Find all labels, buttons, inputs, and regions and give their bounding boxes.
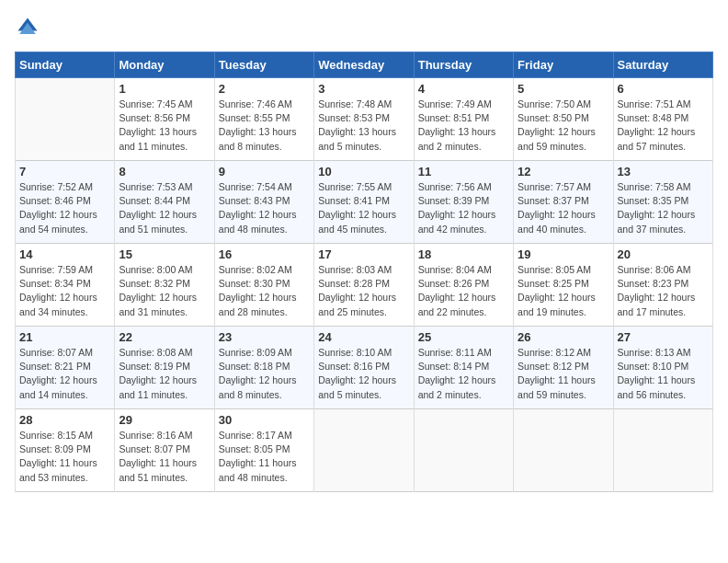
day-info: Sunrise: 7:50 AM Sunset: 8:50 PM Dayligh… bbox=[518, 98, 609, 154]
calendar-table: SundayMondayTuesdayWednesdayThursdayFrid… bbox=[15, 52, 713, 492]
day-number: 3 bbox=[318, 82, 409, 96]
day-info: Sunrise: 7:59 AM Sunset: 8:34 PM Dayligh… bbox=[19, 263, 110, 319]
day-info: Sunrise: 8:10 AM Sunset: 8:16 PM Dayligh… bbox=[318, 346, 409, 402]
day-info: Sunrise: 8:00 AM Sunset: 8:32 PM Dayligh… bbox=[119, 263, 210, 319]
calendar-cell: 14Sunrise: 7:59 AM Sunset: 8:34 PM Dayli… bbox=[16, 244, 115, 327]
day-info: Sunrise: 7:52 AM Sunset: 8:46 PM Dayligh… bbox=[19, 180, 110, 236]
day-number: 16 bbox=[219, 247, 310, 261]
day-info: Sunrise: 7:46 AM Sunset: 8:55 PM Dayligh… bbox=[219, 98, 310, 154]
day-info: Sunrise: 8:15 AM Sunset: 8:09 PM Dayligh… bbox=[19, 429, 110, 485]
calendar-cell: 18Sunrise: 8:04 AM Sunset: 8:26 PM Dayli… bbox=[414, 244, 513, 327]
day-info: Sunrise: 7:55 AM Sunset: 8:41 PM Dayligh… bbox=[318, 180, 409, 236]
header-tuesday: Tuesday bbox=[214, 52, 313, 78]
day-info: Sunrise: 7:49 AM Sunset: 8:51 PM Dayligh… bbox=[418, 98, 509, 154]
day-number: 29 bbox=[119, 413, 210, 427]
day-number: 23 bbox=[219, 330, 310, 344]
header-thursday: Thursday bbox=[414, 52, 513, 78]
calendar-cell: 15Sunrise: 8:00 AM Sunset: 8:32 PM Dayli… bbox=[115, 244, 214, 327]
calendar-week-4: 21Sunrise: 8:07 AM Sunset: 8:21 PM Dayli… bbox=[16, 327, 713, 409]
calendar-cell: 23Sunrise: 8:09 AM Sunset: 8:18 PM Dayli… bbox=[214, 327, 313, 409]
calendar-cell: 21Sunrise: 8:07 AM Sunset: 8:21 PM Dayli… bbox=[16, 327, 115, 409]
day-number: 17 bbox=[318, 247, 409, 261]
day-number: 30 bbox=[219, 413, 310, 427]
calendar-cell: 28Sunrise: 8:15 AM Sunset: 8:09 PM Dayli… bbox=[16, 409, 115, 492]
header-friday: Friday bbox=[514, 52, 613, 78]
header-sunday: Sunday bbox=[16, 52, 115, 78]
page-header bbox=[15, 15, 713, 40]
day-number: 10 bbox=[318, 165, 409, 178]
day-number: 19 bbox=[518, 247, 609, 261]
day-number: 1 bbox=[119, 82, 210, 96]
day-info: Sunrise: 7:51 AM Sunset: 8:48 PM Dayligh… bbox=[618, 98, 709, 154]
calendar-cell bbox=[16, 78, 115, 161]
day-info: Sunrise: 8:09 AM Sunset: 8:18 PM Dayligh… bbox=[219, 346, 310, 402]
calendar-cell: 7Sunrise: 7:52 AM Sunset: 8:46 PM Daylig… bbox=[16, 161, 115, 244]
header-monday: Monday bbox=[115, 52, 214, 78]
day-number: 7 bbox=[19, 165, 110, 178]
day-number: 22 bbox=[119, 330, 210, 344]
day-number: 5 bbox=[518, 82, 609, 96]
day-info: Sunrise: 7:53 AM Sunset: 8:44 PM Dayligh… bbox=[119, 180, 210, 236]
day-info: Sunrise: 8:11 AM Sunset: 8:14 PM Dayligh… bbox=[418, 346, 509, 402]
calendar-cell: 17Sunrise: 8:03 AM Sunset: 8:28 PM Dayli… bbox=[314, 244, 414, 327]
day-info: Sunrise: 8:06 AM Sunset: 8:23 PM Dayligh… bbox=[618, 263, 709, 319]
day-number: 25 bbox=[418, 330, 509, 344]
calendar-cell: 13Sunrise: 7:58 AM Sunset: 8:35 PM Dayli… bbox=[613, 161, 712, 244]
day-info: Sunrise: 8:02 AM Sunset: 8:30 PM Dayligh… bbox=[219, 263, 310, 319]
day-number: 24 bbox=[318, 330, 409, 344]
day-number: 15 bbox=[119, 247, 210, 261]
calendar-cell: 16Sunrise: 8:02 AM Sunset: 8:30 PM Dayli… bbox=[214, 244, 313, 327]
day-number: 26 bbox=[518, 330, 609, 344]
calendar-cell: 22Sunrise: 8:08 AM Sunset: 8:19 PM Dayli… bbox=[115, 327, 214, 409]
calendar-cell: 9Sunrise: 7:54 AM Sunset: 8:43 PM Daylig… bbox=[214, 161, 313, 244]
day-info: Sunrise: 7:48 AM Sunset: 8:53 PM Dayligh… bbox=[318, 98, 409, 154]
calendar-cell: 29Sunrise: 8:16 AM Sunset: 8:07 PM Dayli… bbox=[115, 409, 214, 492]
day-number: 6 bbox=[618, 82, 709, 96]
day-info: Sunrise: 8:04 AM Sunset: 8:26 PM Dayligh… bbox=[418, 263, 509, 319]
day-number: 27 bbox=[618, 330, 709, 344]
day-number: 21 bbox=[19, 330, 110, 344]
day-info: Sunrise: 7:54 AM Sunset: 8:43 PM Dayligh… bbox=[219, 180, 310, 236]
day-number: 4 bbox=[418, 82, 509, 96]
calendar-cell: 27Sunrise: 8:13 AM Sunset: 8:10 PM Dayli… bbox=[613, 327, 712, 409]
day-number: 11 bbox=[418, 165, 509, 178]
day-info: Sunrise: 8:08 AM Sunset: 8:19 PM Dayligh… bbox=[119, 346, 210, 402]
header-wednesday: Wednesday bbox=[314, 52, 414, 78]
calendar-cell bbox=[314, 409, 414, 492]
day-number: 20 bbox=[618, 247, 709, 261]
day-number: 12 bbox=[518, 165, 609, 178]
calendar-cell: 20Sunrise: 8:06 AM Sunset: 8:23 PM Dayli… bbox=[613, 244, 712, 327]
calendar-header-row: SundayMondayTuesdayWednesdayThursdayFrid… bbox=[16, 52, 713, 78]
calendar-cell: 2Sunrise: 7:46 AM Sunset: 8:55 PM Daylig… bbox=[214, 78, 313, 161]
day-info: Sunrise: 8:13 AM Sunset: 8:10 PM Dayligh… bbox=[618, 346, 709, 402]
calendar-cell: 19Sunrise: 8:05 AM Sunset: 8:25 PM Dayli… bbox=[514, 244, 613, 327]
day-number: 13 bbox=[618, 165, 709, 178]
day-info: Sunrise: 8:05 AM Sunset: 8:25 PM Dayligh… bbox=[518, 263, 609, 319]
day-info: Sunrise: 7:45 AM Sunset: 8:56 PM Dayligh… bbox=[119, 98, 210, 154]
calendar-cell: 12Sunrise: 7:57 AM Sunset: 8:37 PM Dayli… bbox=[514, 161, 613, 244]
day-info: Sunrise: 7:58 AM Sunset: 8:35 PM Dayligh… bbox=[618, 180, 709, 236]
calendar-cell: 3Sunrise: 7:48 AM Sunset: 8:53 PM Daylig… bbox=[314, 78, 414, 161]
day-info: Sunrise: 8:07 AM Sunset: 8:21 PM Dayligh… bbox=[19, 346, 110, 402]
day-number: 2 bbox=[219, 82, 310, 96]
calendar-week-1: 1Sunrise: 7:45 AM Sunset: 8:56 PM Daylig… bbox=[16, 78, 713, 161]
calendar-week-5: 28Sunrise: 8:15 AM Sunset: 8:09 PM Dayli… bbox=[16, 409, 713, 492]
day-number: 14 bbox=[19, 247, 110, 261]
calendar-cell bbox=[613, 409, 712, 492]
calendar-cell: 26Sunrise: 8:12 AM Sunset: 8:12 PM Dayli… bbox=[514, 327, 613, 409]
logo bbox=[15, 15, 44, 40]
calendar-cell: 8Sunrise: 7:53 AM Sunset: 8:44 PM Daylig… bbox=[115, 161, 214, 244]
day-number: 8 bbox=[119, 165, 210, 178]
calendar-cell: 11Sunrise: 7:56 AM Sunset: 8:39 PM Dayli… bbox=[414, 161, 513, 244]
day-info: Sunrise: 8:03 AM Sunset: 8:28 PM Dayligh… bbox=[318, 263, 409, 319]
day-info: Sunrise: 8:12 AM Sunset: 8:12 PM Dayligh… bbox=[518, 346, 609, 402]
calendar-cell bbox=[414, 409, 513, 492]
day-number: 9 bbox=[219, 165, 310, 178]
calendar-cell: 1Sunrise: 7:45 AM Sunset: 8:56 PM Daylig… bbox=[115, 78, 214, 161]
calendar-cell bbox=[514, 409, 613, 492]
calendar-week-3: 14Sunrise: 7:59 AM Sunset: 8:34 PM Dayli… bbox=[16, 244, 713, 327]
calendar-cell: 5Sunrise: 7:50 AM Sunset: 8:50 PM Daylig… bbox=[514, 78, 613, 161]
header-saturday: Saturday bbox=[613, 52, 712, 78]
calendar-cell: 30Sunrise: 8:17 AM Sunset: 8:05 PM Dayli… bbox=[214, 409, 313, 492]
calendar-cell: 24Sunrise: 8:10 AM Sunset: 8:16 PM Dayli… bbox=[314, 327, 414, 409]
